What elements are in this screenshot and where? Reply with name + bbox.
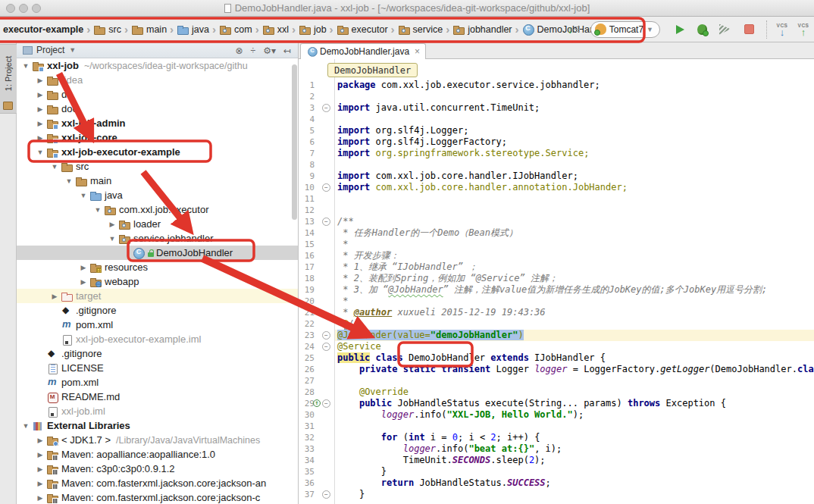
tree-row-gitignore[interactable]: .gitignore — [17, 303, 298, 318]
fold-marker-icon[interactable]: − — [322, 490, 330, 499]
scroll-from-source-icon[interactable]: ⊗ — [236, 45, 243, 56]
tree-row-db[interactable]: ▶db — [17, 87, 298, 102]
tree-row-demojobhandler[interactable]: DemoJobHandler — [17, 246, 298, 260]
tree-expand-icon[interactable]: ▼ — [106, 235, 118, 243]
tree-row-xxl-job-core[interactable]: ▶xxl-job-core — [17, 130, 298, 145]
fold-marker-icon[interactable]: − — [322, 399, 330, 408]
tree-expand-icon[interactable]: ▶ — [34, 437, 46, 444]
tree-expand-icon[interactable]: ▶ — [34, 494, 46, 502]
tree-row-target[interactable]: ▶target — [17, 289, 298, 303]
tree-expand-icon[interactable]: ▼ — [63, 177, 75, 185]
tree-expand-icon[interactable]: ▼ — [49, 163, 61, 171]
tree-row-maven-aopalliance-aopalliance-1-0[interactable]: ▶Maven: aopalliance:aopalliance:1.0 — [17, 447, 298, 462]
tree-row-doc[interactable]: ▶doc — [17, 102, 298, 116]
breadcrumb-item-xxl[interactable]: xxl — [261, 23, 290, 36]
line-number: 31 — [299, 421, 315, 432]
chevron-down-icon: ▼ — [647, 26, 653, 33]
tree-expand-icon[interactable]: ▶ — [77, 264, 89, 271]
tree-row-maven-c3p0-c3p0-0-9-1-2[interactable]: ▶Maven: c3p0:c3p0:0.9.1.2 — [17, 462, 298, 476]
tree-row-xxl-job-admin[interactable]: ▶xxl-job-admin — [17, 116, 298, 130]
breadcrumb-item-jobhandler[interactable]: jobhandler — [451, 23, 513, 36]
tree-row-gitignore[interactable]: .gitignore — [17, 346, 298, 361]
tree-row-idea[interactable]: ▶.idea — [17, 73, 298, 87]
chevron-down-icon[interactable]: ▼ — [69, 46, 76, 54]
tree-row-src[interactable]: ▼src — [17, 159, 298, 174]
vcs-push-button[interactable]: VCS↑ — [795, 23, 812, 36]
tree-expand-icon[interactable]: ▼ — [20, 62, 32, 70]
tree-expand-icon[interactable]: ▶ — [34, 465, 46, 473]
breadcrumb-item-executor-example[interactable]: executor-example — [2, 23, 85, 36]
project-tree: ▼xxl-job ~/workspaces/idea-git-workspace… — [17, 58, 298, 504]
fold-marker-icon[interactable]: − — [322, 331, 330, 340]
tree-row-pom-xml[interactable]: pom.xml — [17, 318, 298, 332]
fold-marker-icon[interactable]: − — [322, 343, 330, 351]
coverage-button[interactable] — [719, 24, 731, 35]
tree-row-xxl-job-iml[interactable]: xxl-job.iml — [17, 404, 298, 418]
collapse-all-icon[interactable]: ÷ — [251, 45, 256, 56]
tree-expand-icon[interactable]: ▼ — [34, 149, 46, 156]
tree-row-service-jobhandler[interactable]: ▼service.jobhandler — [17, 231, 298, 246]
tree-row-maven-com-fasterxml-jackson-core-jackson-c[interactable]: ▶Maven: com.fasterxml.jackson.core:jacks… — [17, 490, 298, 504]
project-tool-window-tab[interactable]: 1: Project — [0, 44, 17, 114]
webapp-icon — [89, 276, 102, 288]
tree-expand-icon[interactable]: ▶ — [106, 221, 118, 228]
tree-row-readme-md[interactable]: README.md — [17, 390, 298, 404]
tree-row-xxl-job-executor-example[interactable]: ▼xxl-job-executor-example — [17, 145, 298, 159]
module-icon — [46, 146, 58, 158]
breadcrumb-separator-icon: › — [170, 23, 174, 36]
fold-marker-icon[interactable]: − — [322, 104, 330, 112]
iml-icon — [46, 405, 58, 418]
tree-row-pom-xml[interactable]: pom.xml — [17, 375, 298, 390]
tree-row-main[interactable]: ▼main — [17, 174, 298, 188]
breadcrumb-item-src[interactable]: src — [92, 23, 123, 36]
intention-bulb-icon[interactable] — [341, 320, 349, 328]
tree-row-external-libraries[interactable]: ▼External Libraries — [17, 418, 298, 433]
editor[interactable]: DemoJobHandler.java × DemoJobHandler 1pa… — [299, 42, 814, 504]
fold-marker-icon[interactable]: − — [322, 183, 330, 192]
tree-expand-icon[interactable]: ▶ — [49, 293, 61, 300]
settings-gear-icon[interactable]: ⚙▾ — [263, 45, 276, 56]
breadcrumb-item-executor[interactable]: executor — [335, 23, 390, 36]
project-scrollbar[interactable] — [292, 64, 297, 220]
tree-expand-icon[interactable]: ▶ — [34, 451, 46, 459]
tree-expand-icon[interactable]: ▶ — [34, 120, 46, 127]
tree-row-xxl-job[interactable]: ▼xxl-job ~/workspaces/idea-git-workspace… — [17, 58, 298, 73]
tree-row-license[interactable]: LICENSE — [17, 361, 298, 375]
tree-expand-icon[interactable]: ▼ — [77, 192, 89, 199]
breadcrumb-item-job[interactable]: job — [297, 23, 328, 36]
tree-expand-icon[interactable]: ▶ — [34, 105, 46, 113]
tree-expand-icon[interactable]: ▶ — [34, 77, 46, 84]
fold-marker-icon[interactable]: − — [322, 218, 330, 226]
tree-expand-icon[interactable]: ▶ — [34, 91, 46, 99]
tree-row-jdk1-7[interactable]: ▶< JDK1.7 > /Library/Java/JavaVirtualMac… — [17, 433, 298, 447]
close-icon[interactable]: × — [415, 48, 420, 55]
override-gutter-icon[interactable]: ↑ — [313, 399, 321, 407]
run-button[interactable] — [676, 25, 684, 34]
navigate-down-icon[interactable]: ↓ — [568, 23, 580, 36]
editor-breadcrumb-chip[interactable]: DemoJobHandler — [327, 63, 418, 77]
hide-panel-icon[interactable]: ↤ — [283, 45, 291, 56]
tree-expand-icon[interactable]: ▼ — [92, 206, 104, 214]
tree-row-webapp[interactable]: ▶webapp — [17, 274, 298, 289]
breadcrumb-item-service[interactable]: service — [396, 23, 445, 36]
breadcrumb-item-com[interactable]: com — [218, 23, 254, 36]
tree-expand-icon[interactable]: ▼ — [20, 422, 32, 430]
tree-row-maven-com-fasterxml-jackson-core-jackson-an[interactable]: ▶Maven: com.fasterxml.jackson.core:jacks… — [17, 476, 298, 490]
vcs-update-button[interactable]: VCS↓ — [774, 23, 791, 36]
breadcrumb-item-main[interactable]: main — [130, 23, 168, 36]
line-number: 7 — [299, 148, 315, 159]
tree-row-java[interactable]: ▼java — [17, 188, 298, 202]
tree-row-resources[interactable]: ▶resources — [17, 260, 298, 274]
tree-row-com-xxl-job-executor[interactable]: ▼com.xxl.job.executor — [17, 202, 298, 217]
stop-button[interactable] — [744, 24, 754, 34]
code-area[interactable]: DemoJobHandler 1package com.xxl.job.exec… — [299, 59, 814, 504]
tree-expand-icon[interactable]: ▶ — [77, 278, 89, 286]
tree-expand-icon[interactable]: ▶ — [34, 134, 46, 142]
editor-tab-demojobhandler[interactable]: DemoJobHandler.java × — [300, 43, 426, 59]
tree-row-loader[interactable]: ▶loader — [17, 217, 298, 231]
run-configuration-select[interactable]: Tomcat7 ▼ — [590, 21, 660, 38]
tree-expand-icon[interactable]: ▶ — [34, 480, 46, 487]
debug-button[interactable] — [697, 24, 707, 35]
breadcrumb-item-java[interactable]: java — [175, 23, 211, 36]
tree-row-xxl-job-executor-example-iml[interactable]: xxl-job-executor-example.iml — [17, 332, 298, 346]
